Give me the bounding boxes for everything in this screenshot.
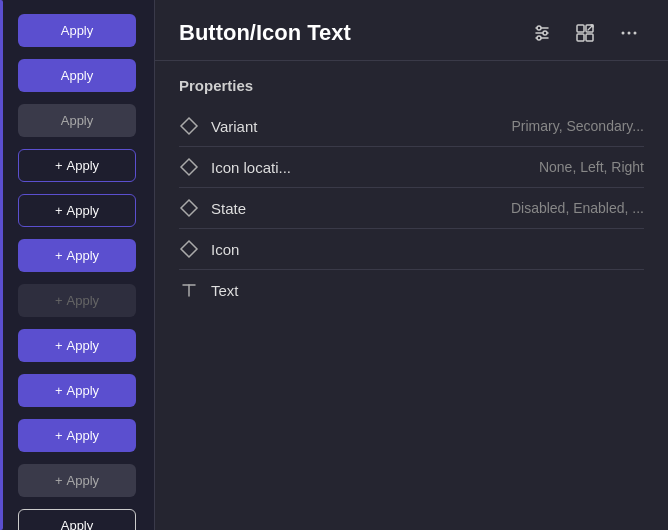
button-label: Apply bbox=[67, 158, 100, 173]
page-title: Button/Icon Text bbox=[179, 20, 351, 46]
sidebar-item-2: Apply bbox=[17, 101, 137, 140]
svg-point-3 bbox=[537, 26, 541, 30]
apply-button-4[interactable]: +Apply bbox=[18, 194, 136, 227]
plus-icon: + bbox=[55, 473, 63, 488]
property-value-state: Disabled, Enabled, ... bbox=[511, 200, 644, 216]
sidebar-active-indicator bbox=[0, 0, 3, 530]
apply-button-3[interactable]: +Apply bbox=[18, 149, 136, 182]
apply-button-5[interactable]: +Apply bbox=[18, 239, 136, 272]
sidebar: ApplyApplyApply+Apply+Apply+Apply+Apply+… bbox=[0, 0, 155, 530]
property-row-state: StateDisabled, Enabled, ... bbox=[179, 188, 644, 229]
sidebar-item-8: +Apply bbox=[17, 371, 137, 410]
sidebar-item-6: +Apply bbox=[17, 281, 137, 320]
button-label: Apply bbox=[67, 293, 100, 308]
sidebar-item-4: +Apply bbox=[17, 191, 137, 230]
property-value-variant: Primary, Secondary... bbox=[511, 118, 644, 134]
button-label: Apply bbox=[67, 428, 100, 443]
text-icon bbox=[179, 280, 199, 300]
component-icon-button[interactable] bbox=[570, 18, 600, 48]
filter-icon-button[interactable] bbox=[528, 19, 556, 47]
button-label: Apply bbox=[61, 23, 94, 38]
apply-button-8[interactable]: +Apply bbox=[18, 374, 136, 407]
svg-point-12 bbox=[628, 32, 631, 35]
plus-icon: + bbox=[55, 293, 63, 308]
sidebar-item-0: Apply bbox=[17, 11, 137, 50]
sidebar-item-11: Apply bbox=[17, 506, 137, 530]
plus-icon: + bbox=[55, 203, 63, 218]
diamond-icon bbox=[179, 157, 199, 177]
filter-icon bbox=[532, 23, 552, 43]
properties-label: Properties bbox=[179, 77, 644, 94]
sidebar-item-10: +Apply bbox=[17, 461, 137, 500]
header-actions bbox=[528, 18, 644, 48]
button-label: Apply bbox=[61, 518, 94, 530]
plus-icon: + bbox=[55, 428, 63, 443]
sidebar-item-7: +Apply bbox=[17, 326, 137, 365]
apply-button-7[interactable]: +Apply bbox=[18, 329, 136, 362]
button-label: Apply bbox=[67, 383, 100, 398]
apply-button-0[interactable]: Apply bbox=[18, 14, 136, 47]
property-name-text: Text bbox=[211, 282, 351, 299]
apply-button-1[interactable]: Apply bbox=[18, 59, 136, 92]
property-list: VariantPrimary, Secondary...Icon locati.… bbox=[179, 106, 644, 310]
plus-icon: + bbox=[55, 248, 63, 263]
property-value-icon-location: None, Left, Right bbox=[539, 159, 644, 175]
button-label: Apply bbox=[67, 203, 100, 218]
diamond-icon bbox=[179, 239, 199, 259]
property-name-icon: Icon bbox=[211, 241, 351, 258]
apply-button-2[interactable]: Apply bbox=[18, 104, 136, 137]
component-icon bbox=[574, 22, 596, 44]
svg-point-5 bbox=[537, 36, 541, 40]
main-panel: Button/Icon Text bbox=[155, 0, 668, 530]
svg-rect-9 bbox=[586, 34, 593, 41]
property-row-icon-location: Icon locati...None, Left, Right bbox=[179, 147, 644, 188]
button-label: Apply bbox=[67, 338, 100, 353]
svg-rect-6 bbox=[577, 25, 584, 32]
properties-section: Properties VariantPrimary, Secondary...I… bbox=[155, 61, 668, 326]
apply-button-10[interactable]: +Apply bbox=[18, 464, 136, 497]
property-row-variant: VariantPrimary, Secondary... bbox=[179, 106, 644, 147]
property-row-text: Text bbox=[179, 270, 644, 310]
property-name-icon-location: Icon locati... bbox=[211, 159, 351, 176]
svg-point-13 bbox=[634, 32, 637, 35]
button-label: Apply bbox=[61, 68, 94, 83]
button-label: Apply bbox=[61, 113, 94, 128]
sidebar-item-5: +Apply bbox=[17, 236, 137, 275]
property-name-variant: Variant bbox=[211, 118, 351, 135]
svg-rect-8 bbox=[577, 34, 584, 41]
apply-button-11[interactable]: Apply bbox=[18, 509, 136, 530]
sidebar-item-1: Apply bbox=[17, 56, 137, 95]
plus-icon: + bbox=[55, 383, 63, 398]
button-label: Apply bbox=[67, 248, 100, 263]
button-label: Apply bbox=[67, 473, 100, 488]
more-icon bbox=[618, 22, 640, 44]
main-header: Button/Icon Text bbox=[155, 0, 668, 61]
svg-point-11 bbox=[622, 32, 625, 35]
property-row-icon: Icon bbox=[179, 229, 644, 270]
svg-point-4 bbox=[543, 31, 547, 35]
diamond-icon bbox=[179, 198, 199, 218]
diamond-icon bbox=[179, 116, 199, 136]
sidebar-item-3: +Apply bbox=[17, 146, 137, 185]
plus-icon: + bbox=[55, 158, 63, 173]
apply-button-9[interactable]: +Apply bbox=[18, 419, 136, 452]
more-options-button[interactable] bbox=[614, 18, 644, 48]
property-name-state: State bbox=[211, 200, 351, 217]
apply-button-6[interactable]: +Apply bbox=[18, 284, 136, 317]
plus-icon: + bbox=[55, 338, 63, 353]
sidebar-item-9: +Apply bbox=[17, 416, 137, 455]
